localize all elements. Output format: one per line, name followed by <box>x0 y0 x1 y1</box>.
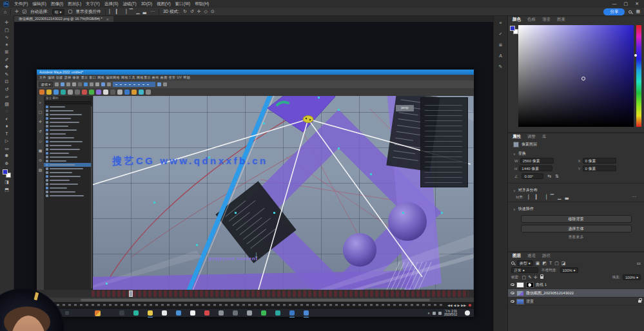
menu-item[interactable]: 图层(L) <box>68 1 81 7</box>
eyedropper-tool[interactable]: ✐ <box>3 56 11 64</box>
more-options-icon[interactable]: ⋯ <box>150 9 155 14</box>
auto-select-checkbox[interactable] <box>23 10 26 14</box>
visibility-eye-icon[interactable] <box>511 300 514 303</box>
path-select-tool[interactable]: ▷ <box>3 137 11 145</box>
close-button[interactable]: ✕ <box>635 1 639 6</box>
quick-action-button[interactable]: 选择主体 <box>521 225 632 232</box>
height-field[interactable]: 1440 像素 <box>519 166 552 171</box>
filter-icon[interactable]: ◪ <box>561 261 566 266</box>
panel-tab[interactable]: 库 <box>542 134 547 140</box>
layer-mask-thumbnail[interactable] <box>526 282 534 288</box>
foreground-color-swatch[interactable] <box>3 169 8 175</box>
dodge-tool[interactable]: ◐ <box>3 115 11 123</box>
layer-row[interactable]: 微信截图_20230512143022 <box>508 289 644 298</box>
align-icon[interactable]: ▔ <box>130 9 133 14</box>
panel-tab[interactable]: 图案 <box>557 17 565 23</box>
align-icon[interactable]: ▏ <box>529 194 532 200</box>
mode3d-icon[interactable]: ✛ <box>197 9 201 14</box>
align-icon[interactable]: ▎ <box>536 194 539 200</box>
hue-slider-handle[interactable] <box>634 54 637 57</box>
minimize-button[interactable]: — <box>612 1 617 6</box>
history-panel-icon[interactable]: ≣ <box>496 41 505 49</box>
blend-mode-dropdown[interactable]: 正常 ▾ <box>511 267 538 273</box>
clone-stamp-tool[interactable]: ⊡ <box>3 78 11 86</box>
panel-tab[interactable]: 图层 <box>512 253 521 259</box>
angle-field[interactable]: 0.00° <box>522 173 543 179</box>
menu-item[interactable]: 窗口(W) <box>175 1 190 7</box>
align-icon[interactable]: ▔ <box>551 194 554 200</box>
layer-name[interactable]: 背景 <box>526 299 534 305</box>
menu-item[interactable]: 文字(Y) <box>86 1 100 7</box>
eraser-tool[interactable]: ▱ <box>3 93 11 100</box>
mode3d-icon[interactable]: ⊙ <box>211 9 215 14</box>
mode3d-icon[interactable]: ↺ <box>190 9 194 14</box>
menu-item[interactable]: 视图(V) <box>157 1 171 7</box>
menu-item[interactable]: 文件(F) <box>14 1 28 7</box>
search-icon[interactable] <box>629 10 632 14</box>
opacity-field[interactable]: 100% ▾ <box>560 267 578 273</box>
visibility-eye-icon[interactable] <box>511 283 514 287</box>
view-more-link[interactable]: 查看更多 <box>508 234 644 240</box>
filter-icon[interactable]: ◩ <box>542 261 547 266</box>
spot-heal-tool[interactable]: ✚ <box>3 63 11 71</box>
gradient-tool[interactable]: ▨ <box>3 100 11 108</box>
tab-close-icon[interactable]: ✕ <box>106 17 109 21</box>
align-icon[interactable]: ▁ <box>558 194 561 200</box>
home-icon[interactable]: ⌂ <box>4 10 6 14</box>
screen-mode-icon[interactable]: ⬒ <box>3 186 11 194</box>
quick-mask-icon[interactable]: ◨ <box>3 178 11 186</box>
flip-horizontal-button[interactable]: ⇆ <box>547 174 551 179</box>
quick-actions-header[interactable]: ∨快速操作 <box>508 204 644 213</box>
menu-item[interactable]: 编辑(E) <box>32 1 46 7</box>
layer-thumbnail[interactable] <box>516 282 524 288</box>
document-tab[interactable]: 微信截图_20230512143022.png @ 16.7%(RGB/8#) … <box>14 16 113 22</box>
type-tool[interactable]: T <box>3 130 11 138</box>
filter-type-dropdown[interactable]: 类型 ▾ <box>517 260 533 266</box>
visibility-eye-icon[interactable] <box>511 292 514 295</box>
flip-vertical-button[interactable]: ⇅ <box>555 174 559 179</box>
mode3d-icon[interactable]: ↻ <box>183 9 187 14</box>
blur-tool[interactable]: ◌ <box>3 108 11 115</box>
layer-row[interactable]: 背景 <box>508 298 644 306</box>
color-swatches[interactable] <box>3 169 12 178</box>
character-panel-icon[interactable]: A <box>496 52 505 60</box>
foreground-swatch[interactable] <box>510 26 515 31</box>
panel-tab[interactable]: 调整 <box>527 134 536 140</box>
panel-tab[interactable]: 路径 <box>542 253 551 259</box>
shape-tool[interactable]: ▭ <box>3 145 11 153</box>
menu-item[interactable]: 滤镜(T) <box>122 1 136 7</box>
layer-name[interactable]: 曲线 1 <box>536 282 547 288</box>
panel-tab[interactable]: 色板 <box>527 17 536 23</box>
canvas-area[interactable]: Autodesk Maya 2022: untitled* 文件 编辑 创建 选… <box>14 22 493 331</box>
lasso-tool[interactable]: ∿ <box>3 33 11 41</box>
panel-tab[interactable]: 颜色 <box>512 17 521 23</box>
share-button[interactable]: 分享 <box>603 8 625 15</box>
actions-panel-icon[interactable]: ✓ <box>496 30 505 38</box>
align-more-icon[interactable]: ⋯ <box>632 194 636 200</box>
panel-tab[interactable]: 属性 <box>512 134 521 140</box>
filter-icon[interactable]: ▢ <box>554 261 559 266</box>
width-field[interactable]: 2560 像素 <box>520 158 554 164</box>
layer-thumbnail[interactable] <box>516 290 524 296</box>
lock-option-icon[interactable]: ▢ <box>522 275 527 280</box>
align-icon[interactable]: ▕ <box>122 9 126 14</box>
panel-tab[interactable]: 通道 <box>527 253 536 259</box>
layer-row[interactable]: 曲线 1 <box>508 281 644 289</box>
lock-option-icon[interactable]: ✎ <box>528 275 532 280</box>
filter-toggle[interactable]: ▭ <box>636 261 641 266</box>
brush-tool[interactable]: ✎ <box>3 71 11 79</box>
align-icon[interactable]: ▁ <box>136 9 139 14</box>
workspace-icon[interactable]: ▦ <box>636 9 640 14</box>
auto-select-dropdown[interactable]: 组 ▾ <box>52 9 64 15</box>
align-icon[interactable]: ▕ <box>543 194 546 200</box>
pen-tool[interactable]: ♦ <box>3 122 11 130</box>
move-tool[interactable]: ✛ <box>3 19 11 26</box>
transform-section-header[interactable]: ∨变换 <box>508 149 644 158</box>
layer-name[interactable]: 微信截图_20230512143022 <box>526 290 574 296</box>
fill-field[interactable]: 100% ▾ <box>623 274 641 280</box>
quick-action-button[interactable]: 移除背景 <box>521 215 632 223</box>
menu-item[interactable]: 选择(S) <box>104 1 119 7</box>
document-image[interactable]: Autodesk Maya 2022: untitled* 文件 编辑 创建 选… <box>37 70 474 317</box>
layer-thumbnail[interactable] <box>516 299 524 305</box>
panel-color-swatches[interactable] <box>510 26 519 35</box>
